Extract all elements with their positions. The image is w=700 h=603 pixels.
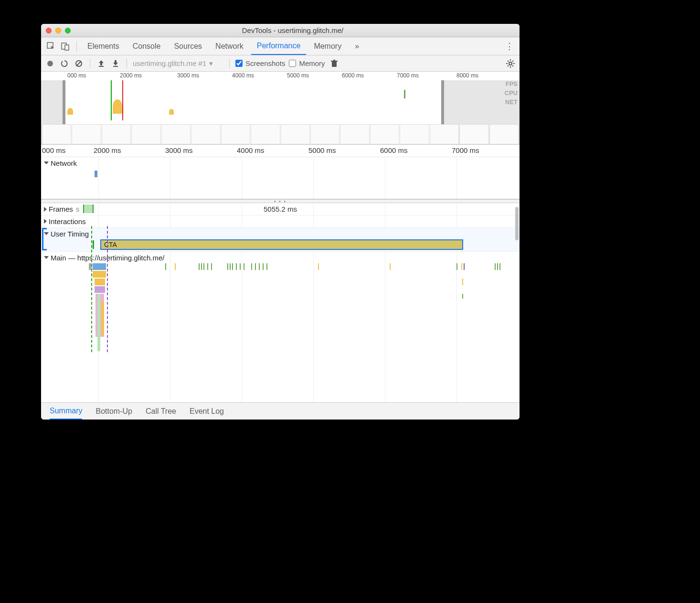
flame-event[interactable] — [201, 263, 202, 270]
flame-chart[interactable] — [41, 263, 520, 352]
flame-event[interactable] — [251, 263, 252, 270]
flame-event[interactable] — [232, 263, 233, 270]
user-timing-measure-cta[interactable]: CTA — [100, 239, 463, 250]
flame-event[interactable] — [255, 263, 256, 270]
flame-event[interactable] — [95, 279, 105, 285]
screenshots-checkbox[interactable]: Screenshots — [235, 59, 285, 67]
reload-icon[interactable] — [59, 58, 70, 69]
filmstrip-frame[interactable] — [131, 124, 160, 144]
clear-icon[interactable] — [74, 58, 84, 69]
flame-event[interactable] — [175, 263, 176, 270]
overview-body[interactable] — [41, 80, 520, 144]
filmstrip-frame[interactable] — [191, 124, 220, 144]
user-timing-track[interactable]: User Timing CTA — [41, 228, 520, 252]
trash-icon[interactable] — [329, 58, 339, 69]
frames-track[interactable]: Frames s 5055.2 ms — [41, 203, 520, 215]
flame-event[interactable] — [227, 263, 228, 270]
main-thread-header[interactable]: Main — https://usertiming.glitch.me/ — [41, 252, 520, 263]
network-track[interactable]: Network — [41, 157, 520, 199]
gear-icon[interactable] — [505, 58, 516, 69]
close-window-button[interactable] — [46, 28, 52, 33]
tab-sources[interactable]: Sources — [168, 37, 208, 55]
main-thread-track[interactable]: Main — https://usertiming.glitch.me/ — [41, 252, 520, 352]
filmstrip-frame[interactable] — [489, 124, 519, 144]
flame-event[interactable] — [203, 263, 204, 270]
zoom-window-button[interactable] — [65, 28, 71, 33]
flame-event[interactable] — [207, 263, 208, 270]
filmstrip-frame[interactable] — [102, 124, 131, 144]
tab-performance[interactable]: Performance — [251, 37, 307, 55]
inspect-icon[interactable] — [45, 40, 57, 53]
filmstrip-frame[interactable] — [251, 124, 280, 144]
frame-chip[interactable] — [83, 205, 94, 213]
flame-event[interactable] — [259, 263, 260, 270]
tab-summary[interactable]: Summary — [50, 403, 82, 420]
memory-checkbox[interactable]: Memory — [289, 59, 325, 67]
scrollbar[interactable] — [515, 207, 519, 240]
flame-event[interactable] — [244, 263, 244, 270]
tab-event-log[interactable]: Event Log — [190, 403, 224, 420]
horizontal-resize-handle[interactable]: • • • — [41, 199, 520, 203]
tab-network[interactable]: Network — [210, 37, 249, 55]
filmstrip-frame[interactable] — [221, 124, 250, 144]
filmstrip-frame[interactable] — [459, 124, 488, 144]
device-toggle-icon[interactable] — [59, 40, 72, 53]
flame-event[interactable] — [93, 263, 106, 270]
flame-event[interactable] — [101, 302, 104, 335]
flame-event[interactable] — [462, 279, 463, 285]
memory-checkbox-input[interactable] — [289, 60, 296, 67]
filmstrip-frame[interactable] — [340, 124, 369, 144]
upload-icon[interactable] — [96, 58, 106, 69]
flame-event[interactable] — [240, 263, 241, 270]
user-timing-track-header[interactable]: User Timing — [41, 228, 520, 239]
filmstrip-frame[interactable] — [370, 124, 399, 144]
flame-event[interactable] — [456, 263, 457, 270]
flame-event[interactable] — [390, 263, 391, 270]
user-timing-mark[interactable] — [93, 240, 94, 249]
tab-bottom-up[interactable]: Bottom-Up — [95, 403, 132, 420]
flame-event[interactable] — [266, 263, 267, 270]
record-icon[interactable] — [45, 58, 55, 69]
flame-event[interactable] — [199, 263, 200, 270]
interactions-track-header[interactable]: Interactions — [41, 215, 520, 227]
frames-track-header[interactable]: Frames s — [41, 204, 82, 215]
tab-call-tree[interactable]: Call Tree — [146, 403, 176, 420]
kebab-menu-icon[interactable]: ⋮ — [503, 41, 516, 52]
flame-event[interactable] — [499, 263, 500, 270]
filmstrip-frame[interactable] — [281, 124, 310, 144]
filmstrip-frame[interactable] — [161, 124, 191, 144]
screenshots-checkbox-input[interactable] — [235, 60, 243, 67]
flame-event[interactable] — [236, 263, 237, 270]
flame-event[interactable] — [230, 263, 231, 270]
flame-event[interactable] — [497, 263, 498, 270]
filmstrip-frame[interactable] — [400, 124, 429, 144]
tab-memory[interactable]: Memory — [308, 37, 347, 55]
filmstrip-frame[interactable] — [72, 124, 101, 144]
flame-event[interactable] — [495, 263, 496, 270]
tab-elements[interactable]: Elements — [82, 37, 125, 55]
flame-event[interactable] — [93, 271, 106, 278]
filmstrip-frame[interactable] — [310, 124, 339, 144]
flame-event[interactable] — [461, 263, 462, 270]
flamechart-scroll[interactable]: Frames s 5055.2 ms Interactions U — [41, 203, 520, 402]
tab-console[interactable]: Console — [127, 37, 167, 55]
flame-event[interactable] — [263, 263, 264, 270]
flame-event[interactable] — [464, 263, 465, 270]
detail-ruler[interactable]: 000 ms 2000 ms 3000 ms 4000 ms 5000 ms 6… — [41, 145, 520, 157]
flame-event[interactable] — [211, 263, 212, 270]
filmstrip-frame[interactable] — [42, 124, 71, 144]
download-icon[interactable] — [110, 58, 121, 69]
minimize-window-button[interactable] — [55, 28, 61, 33]
flame-event[interactable] — [318, 263, 319, 270]
filmstrip-frame[interactable] — [430, 124, 459, 144]
flame-event[interactable] — [462, 294, 463, 299]
interactions-track[interactable]: Interactions — [41, 215, 520, 228]
flame-event[interactable] — [165, 263, 166, 270]
network-track-header[interactable]: Network — [41, 157, 80, 169]
recording-select[interactable]: usertiming.glitch.me #1 ▾ — [133, 59, 223, 68]
overview-timeline[interactable]: 000 ms 2000 ms 3000 ms 4000 ms 5000 ms 6… — [41, 72, 520, 145]
network-request-bar[interactable] — [95, 171, 97, 177]
flame-event[interactable] — [97, 294, 100, 351]
tabs-overflow[interactable]: » — [349, 37, 365, 55]
flame-event[interactable] — [95, 286, 105, 293]
